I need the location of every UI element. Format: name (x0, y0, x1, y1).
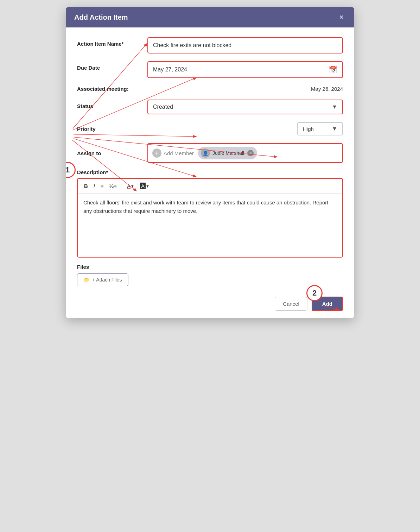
font-color-button[interactable]: A ▼ (125, 182, 136, 190)
footer-row: Cancel Add (77, 294, 343, 311)
attach-files-label: + Attach Files (92, 277, 122, 283)
priority-value: High (303, 126, 332, 132)
description-label: Description* (77, 169, 343, 175)
priority-label: Priority (77, 126, 147, 132)
due-date-label: Due Date (77, 61, 147, 71)
close-button[interactable]: × (337, 13, 346, 22)
action-item-name-label: Action Item Name* (77, 37, 147, 47)
modal-header: Add Action Item × (66, 7, 354, 27)
status-value: Created (153, 104, 332, 110)
attach-files-button[interactable]: 📁 + Attach Files (77, 273, 128, 286)
font-color-icon: A (127, 183, 131, 189)
bold-button[interactable]: B (82, 182, 90, 190)
member-name: Jodie Marshall (212, 150, 244, 156)
annotation-circle-2: 2 (306, 285, 323, 301)
description-toolbar: B I ≡ ½≡ A ▼ A ▼ (78, 179, 342, 194)
toolbar-separator (122, 183, 122, 189)
modal-title: Add Action Item (74, 13, 128, 21)
files-label: Files (77, 264, 343, 270)
add-member-button[interactable]: + Add Member (152, 148, 194, 158)
cancel-button[interactable]: Cancel (275, 297, 307, 311)
description-editor: B I ≡ ½≡ A ▼ A ▼ Check all floors' fire … (77, 178, 343, 258)
chevron-down-icon: ▼ (332, 104, 337, 110)
action-item-name-input[interactable] (147, 37, 343, 53)
associated-meeting-row: Associated meeting: May 26, 2024 (77, 86, 343, 92)
attach-icon: 📁 (84, 277, 90, 283)
calendar-icon: 📅 (329, 65, 337, 74)
status-row: Status Created ▼ (77, 100, 343, 114)
assign-to-field: + Add Member 👤 Jodie Marshall × (147, 143, 343, 163)
action-item-name-field (147, 37, 343, 53)
bg-color-button[interactable]: A ▼ (138, 182, 152, 190)
associated-meeting-value: May 26, 2024 (147, 86, 343, 92)
due-date-input[interactable]: May 27, 2024 📅 (147, 61, 343, 78)
numbered-list-button[interactable]: ½≡ (107, 182, 119, 190)
status-field: Created ▼ (147, 100, 343, 114)
assign-to-row: Assign to + Add Member 👤 Jodie Marshall … (77, 143, 343, 163)
bg-color-icon: A (140, 183, 146, 189)
action-item-name-row: Action Item Name* (77, 37, 343, 53)
assign-to-label: Assign to (77, 150, 147, 156)
remove-member-button[interactable]: × (247, 150, 254, 156)
due-date-value: May 27, 2024 (153, 66, 329, 73)
priority-select[interactable]: High ▼ (297, 122, 343, 135)
add-member-label: Add Member (164, 150, 194, 156)
description-section: Description* B I ≡ ½≡ A ▼ A ▼ (77, 169, 343, 258)
status-select[interactable]: Created ▼ (147, 100, 343, 114)
add-member-icon: + (152, 148, 161, 158)
priority-field: High ▼ (147, 122, 343, 135)
files-section: Files 📁 + Attach Files (77, 264, 343, 286)
assign-inner: Assign to + Add Member 👤 Jodie Marshall … (77, 143, 343, 163)
italic-button[interactable]: I (91, 182, 97, 190)
due-date-field: May 27, 2024 📅 (147, 61, 343, 78)
modal-body: Action Item Name* Due Date May 27, 2024 … (66, 27, 354, 318)
member-chip: 👤 Jodie Marshall × (198, 147, 257, 159)
avatar: 👤 (201, 148, 210, 158)
priority-chevron-icon: ▼ (332, 126, 337, 132)
description-content[interactable]: Check all floors' fire exist and work wi… (78, 194, 342, 257)
status-label: Status (77, 100, 147, 109)
bullet-list-button[interactable]: ≡ (98, 182, 106, 190)
priority-row: Priority High ▼ (77, 122, 343, 135)
associated-meeting-label: Associated meeting: (77, 86, 147, 92)
due-date-row: Due Date May 27, 2024 📅 (77, 61, 343, 78)
